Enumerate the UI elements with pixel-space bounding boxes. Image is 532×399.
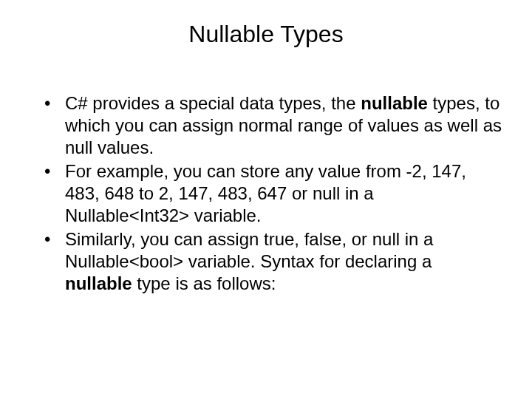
text-run: C# provides a special data types, the xyxy=(65,93,361,113)
text-run: nullable xyxy=(361,93,428,113)
bullet-text-2: Similarly, you can assign true, false, o… xyxy=(65,228,502,295)
text-run: type is as follows: xyxy=(132,273,276,293)
bullet-item: • For example, you can store any value f… xyxy=(44,160,502,227)
bullet-text-1: For example, you can store any value fro… xyxy=(65,160,502,227)
slide-content: • C# provides a special data types, the … xyxy=(30,92,502,295)
text-run: nullable xyxy=(65,273,132,293)
slide-title: Nullable Types xyxy=(30,21,502,48)
text-run: For example, you can store any value fro… xyxy=(65,161,466,225)
bullet-marker: • xyxy=(44,92,65,159)
text-run: Similarly, you can assign true, false, o… xyxy=(65,229,433,271)
bullet-marker: • xyxy=(44,228,65,295)
bullet-text-0: C# provides a special data types, the nu… xyxy=(65,92,502,159)
bullet-item: • Similarly, you can assign true, false,… xyxy=(44,228,502,295)
bullet-marker: • xyxy=(44,160,65,227)
bullet-item: • C# provides a special data types, the … xyxy=(44,92,502,159)
